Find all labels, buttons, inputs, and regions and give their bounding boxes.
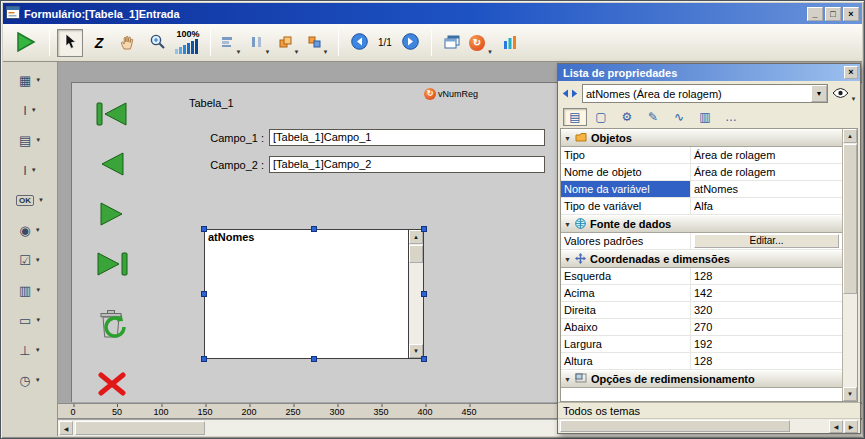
views-menu-button[interactable]: ↻ ▼	[468, 29, 494, 57]
property-label[interactable]: Acima	[561, 285, 691, 301]
tab-events[interactable]: ∿	[667, 108, 691, 126]
tab-all-themes[interactable]: ▤	[563, 108, 587, 126]
tab-appearance[interactable]: ▥	[693, 108, 717, 126]
pointer-tool-button[interactable]	[57, 29, 83, 57]
scrollbar-thumb[interactable]	[409, 245, 423, 263]
cancel-button[interactable]	[88, 371, 136, 399]
property-value[interactable]: 320	[691, 302, 842, 318]
distribute-menu-button[interactable]: ▼	[247, 29, 273, 57]
property-label[interactable]: Esquerda	[561, 268, 691, 284]
section-header-redimensionamento[interactable]: ▼ Opções de redimensionamento	[561, 370, 842, 388]
editar-button[interactable]: Editar...	[694, 234, 839, 248]
selection-handle[interactable]	[311, 226, 317, 232]
delete-record-button[interactable]	[88, 299, 136, 351]
hscrollbar-thumb[interactable]	[75, 421, 205, 435]
window-titlebar[interactable]: Formulário:[Tabela_1]Entrada _ □ ×	[3, 3, 862, 24]
section-header-objetos[interactable]: ▼ Objetos	[561, 129, 842, 147]
first-record-button[interactable]	[88, 93, 136, 137]
campo2-field[interactable]: [Tabela_1]Campo_2	[269, 156, 545, 173]
next-record-button[interactable]	[88, 193, 136, 237]
selection-handle[interactable]	[201, 356, 207, 362]
tab-more[interactable]: …	[719, 108, 743, 126]
execute-form-button[interactable]	[8, 29, 42, 57]
splitter-tool[interactable]: ⊥▼	[9, 339, 51, 361]
property-label-selected[interactable]: Nome da variável	[561, 181, 691, 197]
tab-settings[interactable]: ⚙	[615, 108, 639, 126]
radio-button-tool[interactable]: ◉▼	[9, 219, 51, 241]
property-value[interactable]: 128	[691, 353, 842, 369]
selection-handle[interactable]	[201, 226, 207, 232]
distribute-icon	[250, 36, 263, 50]
text-input-tool[interactable]: I▼	[9, 99, 51, 121]
property-label[interactable]: Altura	[561, 353, 691, 369]
scroll-left-button[interactable]: ◀	[59, 421, 73, 435]
property-list-close-button[interactable]: ×	[844, 66, 858, 79]
tab-display[interactable]: ▢	[589, 108, 613, 126]
last-record-button[interactable]	[88, 243, 136, 287]
checkbox-tool[interactable]: ☑▼	[9, 249, 51, 271]
numreg-variable[interactable]: ↻ vNumReg	[424, 88, 478, 100]
property-value[interactable]: 142	[691, 285, 842, 301]
hscrollbar-thumb[interactable]	[560, 420, 790, 432]
scroll-area-object[interactable]: atNomes ▲ ▼	[204, 229, 424, 359]
property-value[interactable]: 128	[691, 268, 842, 284]
selection-handle[interactable]	[201, 291, 207, 297]
maximize-button[interactable]: □	[825, 7, 841, 21]
scroll-down-button[interactable]: ▼	[843, 387, 857, 401]
progress-indicator-tool[interactable]: ▥▼	[9, 279, 51, 301]
entry-order-tool-button[interactable]: Z	[86, 29, 112, 57]
tab-control-tool[interactable]: ▦▼	[9, 69, 51, 91]
selection-handle[interactable]	[421, 291, 427, 297]
campo1-field[interactable]: [Tabela_1]Campo_1	[269, 129, 545, 146]
property-value[interactable]: 192	[691, 336, 842, 352]
selection-handle[interactable]	[421, 356, 427, 362]
property-label[interactable]: Abaixo	[561, 319, 691, 335]
property-grid-vscrollbar[interactable]: ▲ ▼	[842, 129, 857, 401]
button-tool[interactable]: OK▼	[9, 189, 51, 211]
listbox-tool[interactable]: ▤▼	[9, 129, 51, 151]
list-columns-button[interactable]	[497, 29, 523, 57]
section-header-fonte-de-dados[interactable]: ▼ Fonte de dados	[561, 215, 842, 233]
selection-handle[interactable]	[421, 226, 427, 232]
scrollbar-thumb[interactable]	[843, 144, 857, 294]
scroll-up-button[interactable]: ▲	[409, 230, 423, 244]
clock-tool[interactable]: ◷▼	[9, 369, 51, 391]
property-label[interactable]: Tipo	[561, 147, 691, 163]
rectangle-tool[interactable]: ▭▼	[9, 309, 51, 331]
object-selector-dropdown[interactable]: atNomes (Área de rolagem) ▼	[582, 84, 828, 103]
zoom-level-control[interactable]: 100%	[175, 26, 201, 60]
property-label[interactable]: Valores padrões	[561, 233, 691, 249]
combobox-tool[interactable]: I▼	[9, 159, 51, 181]
group-menu-button[interactable]: ▼	[305, 29, 331, 57]
property-value[interactable]: Alfa	[691, 198, 842, 214]
next-page-button[interactable]	[398, 29, 424, 57]
previous-page-button[interactable]	[346, 29, 372, 57]
property-grid-hscrollbar[interactable]: ◀ ▶	[558, 418, 860, 433]
dropdown-arrow-button[interactable]: ▼	[811, 85, 827, 102]
align-menu-button[interactable]: ▼	[218, 29, 244, 57]
scroll-right-button[interactable]: ▶	[844, 420, 858, 433]
previous-record-button[interactable]	[88, 143, 136, 187]
show-hide-button[interactable]: ▼	[832, 84, 856, 103]
move-tool-button[interactable]	[115, 29, 141, 57]
property-value[interactable]: atNomes	[691, 181, 842, 197]
property-list-titlebar[interactable]: Lista de propriedades ×	[558, 64, 860, 81]
property-value[interactable]: 270	[691, 319, 842, 335]
form-windows-button[interactable]	[439, 29, 465, 57]
close-button[interactable]: ×	[843, 7, 859, 21]
object-nav-arrows[interactable]	[562, 88, 578, 100]
scroll-left-button[interactable]: ◀	[829, 420, 843, 433]
scroll-up-button[interactable]: ▲	[843, 129, 857, 143]
property-value[interactable]: Área de rolagem	[691, 147, 842, 163]
zoom-tool-button[interactable]	[144, 29, 170, 57]
property-label[interactable]: Tipo de variável	[561, 198, 691, 214]
property-value[interactable]: Área de rolagem	[691, 164, 842, 180]
property-label[interactable]: Nome de objeto	[561, 164, 691, 180]
selection-handle[interactable]	[311, 356, 317, 362]
tab-entry[interactable]: ✎	[641, 108, 665, 126]
property-label[interactable]: Largura	[561, 336, 691, 352]
layer-menu-button[interactable]: ▼	[276, 29, 302, 57]
minimize-button[interactable]: _	[807, 7, 823, 21]
property-label[interactable]: Direita	[561, 302, 691, 318]
section-header-coordenadas[interactable]: ▼ Coordenadas e dimensões	[561, 250, 842, 268]
